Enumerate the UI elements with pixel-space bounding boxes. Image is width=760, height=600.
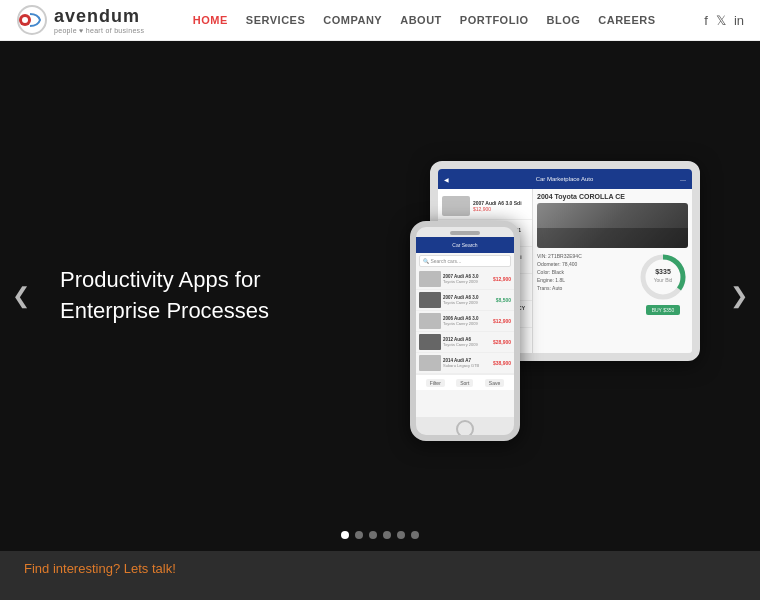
nav-item-about[interactable]: ABOUT xyxy=(400,14,442,26)
phone-top-bar: Car Search xyxy=(416,237,514,253)
slide-dot-4[interactable] xyxy=(383,531,391,539)
car-thumb xyxy=(419,334,441,350)
slide-dot-6[interactable] xyxy=(411,531,419,539)
facebook-icon[interactable]: f xyxy=(704,13,708,28)
nav-item-careers[interactable]: CAREERS xyxy=(598,14,655,26)
next-slide-button[interactable]: ❯ xyxy=(730,283,748,309)
tablet-gauge: $335 Your Bid xyxy=(638,252,688,302)
tablet-details-left: VIN: 2T1BR32E94C Odometer: 78,400 Color:… xyxy=(537,252,634,315)
car-thumb xyxy=(419,355,441,371)
linkedin-icon[interactable]: in xyxy=(734,13,744,28)
sort-button[interactable]: Sort xyxy=(456,379,473,387)
nav-item-portfolio[interactable]: PORTFOLIO xyxy=(460,14,529,26)
logo: avendum people ♥ heart of business xyxy=(16,4,144,36)
slide-dot-3[interactable] xyxy=(369,531,377,539)
devices-image: ◀ Car Marketplace Auto ⋯ 2007 Audi A6 3.… xyxy=(390,151,700,441)
filter-button[interactable]: Filter xyxy=(426,379,445,387)
phone-speaker xyxy=(450,231,480,235)
tablet-car-image xyxy=(537,203,688,248)
car-thumb xyxy=(442,196,470,216)
tablet-top-bar: ◀ Car Marketplace Auto ⋯ xyxy=(438,169,692,189)
phone-list: 2007 Audi A6 3.0 Toyota Camry 2009 $12,9… xyxy=(416,269,514,374)
nav-item-company[interactable]: COMPANY xyxy=(323,14,382,26)
phone-search-bar[interactable]: 🔍 Search cars... xyxy=(419,255,511,267)
car-thumb xyxy=(419,271,441,287)
slide-dot-1[interactable] xyxy=(341,531,349,539)
hero: ❮ ❯ Productivity Apps for Enterprise Pro… xyxy=(0,41,760,551)
twitter-icon[interactable]: 𝕏 xyxy=(716,13,726,28)
logo-icon xyxy=(16,4,48,36)
phone-list-item: 2007 Audi A6 3.0 Toyota Camry 2009 $8,50… xyxy=(416,290,514,311)
phone-mockup: Car Search 🔍 Search cars... 2007 Audi A6… xyxy=(410,221,520,441)
car-thumb xyxy=(419,313,441,329)
phone-bottom-bar: Filter Sort Save xyxy=(416,374,514,390)
header: avendum people ♥ heart of business HOME … xyxy=(0,0,760,41)
svg-text:$335: $335 xyxy=(655,268,671,276)
nav-item-home[interactable]: HOME xyxy=(193,14,228,26)
slide-dot-2[interactable] xyxy=(355,531,363,539)
social-icons: f 𝕏 in xyxy=(704,13,744,28)
slide-dot-5[interactable] xyxy=(397,531,405,539)
phone-list-item: 2014 Audi A7 Subaru Legacy GTB $38,900 xyxy=(416,353,514,374)
phone-list-item: 2012 Audi A6 Toyota Camry 2009 $28,900 xyxy=(416,332,514,353)
save-button[interactable]: Save xyxy=(485,379,504,387)
svg-point-2 xyxy=(22,17,28,23)
tablet-car-title: 2004 Toyota COROLLA CE xyxy=(537,193,688,200)
buy-button[interactable]: BUY $350 xyxy=(646,305,681,315)
phone-list-item: 2006 Audi A6 3.0 Toyota Camry 2009 $12,9… xyxy=(416,311,514,332)
slide-dots xyxy=(341,531,419,539)
tablet-list-item: 2007 Audi A6 3.0 Sdi $12,900 xyxy=(438,193,532,220)
hero-text: Productivity Apps for Enterprise Process… xyxy=(60,265,269,327)
tablet-details: VIN: 2T1BR32E94C Odometer: 78,400 Color:… xyxy=(537,252,688,315)
nav-item-services[interactable]: SERVICES xyxy=(246,14,305,26)
phone-home-button[interactable] xyxy=(456,420,474,438)
nav: HOME SERVICES COMPANY ABOUT PORTFOLIO BL… xyxy=(193,14,656,26)
logo-tagline: people ♥ heart of business xyxy=(54,27,144,34)
car-thumb xyxy=(419,292,441,308)
logo-text: avendum people ♥ heart of business xyxy=(54,6,144,34)
nav-item-blog[interactable]: BLOG xyxy=(547,14,581,26)
phone-screen: Car Search 🔍 Search cars... 2007 Audi A6… xyxy=(416,237,514,417)
hero-headline: Productivity Apps for Enterprise Process… xyxy=(60,265,269,327)
svg-text:Your Bid: Your Bid xyxy=(654,277,673,283)
footer-strip: Find interesting? Lets talk! xyxy=(0,551,760,600)
tablet-main: 2004 Toyota COROLLA CE VIN: 2T1BR32E94C … xyxy=(533,189,692,353)
phone-list-item: 2007 Audi A6 3.0 Toyota Camry 2009 $12,9… xyxy=(416,269,514,290)
prev-slide-button[interactable]: ❮ xyxy=(12,283,30,309)
footer-cta: Find interesting? Lets talk! xyxy=(24,561,176,576)
logo-brand: avendum xyxy=(54,6,144,27)
